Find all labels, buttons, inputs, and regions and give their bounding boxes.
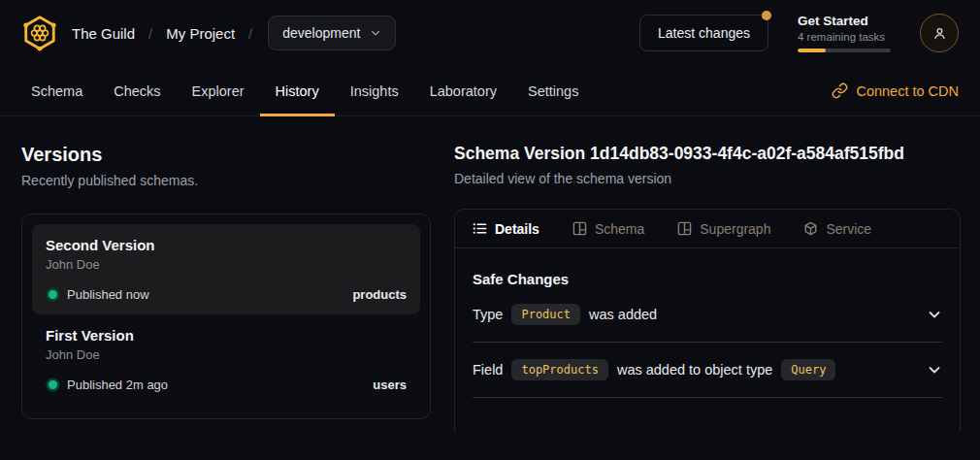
tab-supergraph-label: Supergraph: [700, 221, 770, 237]
header-right: Latest changes Get Started 4 remaining t…: [639, 14, 959, 52]
change-row-field-added[interactable]: Field topProducts was added to object ty…: [473, 343, 942, 398]
version-list-item-first[interactable]: First Version John Doe Published 2m ago …: [32, 314, 420, 405]
code-chip: topProducts: [511, 359, 607, 380]
get-started-progressbar: [798, 49, 891, 52]
get-started-title: Get Started: [798, 14, 891, 28]
tab-details-label: Details: [495, 221, 539, 237]
schema-version-subtitle: Detailed view of the schema version: [454, 171, 961, 186]
change-text: Field: [473, 362, 503, 378]
change-text: was added: [589, 307, 657, 322]
version-title: First Version: [46, 327, 407, 344]
breadcrumb-separator: /: [248, 25, 252, 42]
cube-icon: [803, 221, 818, 236]
tab-service-label: Service: [826, 221, 871, 237]
versions-subtitle: Recently published schemas.: [21, 173, 431, 188]
user-icon: [931, 25, 948, 42]
tab-laboratory[interactable]: Laboratory: [414, 66, 512, 115]
breadcrumb: The Guild / My Project /: [72, 25, 252, 42]
safe-changes-title: Safe Changes: [473, 271, 942, 287]
get-started-widget[interactable]: Get Started 4 remaining tasks: [798, 14, 891, 52]
schema-version-title: Schema Version 1d14db83-0933-4f4c-a02f-a…: [454, 144, 961, 164]
tab-checks[interactable]: Checks: [98, 66, 176, 115]
tab-schema-view-label: Schema: [595, 221, 644, 237]
published-status-dot: [49, 290, 57, 299]
change-row-type-added[interactable]: Type Product was added: [473, 287, 942, 343]
published-status-dot: [49, 380, 57, 389]
tab-explorer[interactable]: Explorer: [177, 66, 260, 115]
get-started-subtitle: 4 remaining tasks: [798, 31, 891, 43]
versions-title: Versions: [21, 144, 431, 166]
versions-list: Second Version John Doe Published now pr…: [21, 214, 431, 419]
version-author: John Doe: [46, 347, 407, 362]
notification-dot: [762, 11, 771, 20]
tab-schema-view[interactable]: Schema: [572, 221, 644, 237]
detail-tabs: Details Schema Supergraph: [455, 210, 960, 248]
version-status: Published now: [67, 287, 149, 302]
link-icon: [832, 82, 848, 99]
breadcrumb-org[interactable]: The Guild: [72, 25, 135, 42]
detail-content: Safe Changes Type Product was added Fiel…: [455, 271, 960, 398]
version-author: John Doe: [46, 257, 407, 272]
connect-to-cdn-link[interactable]: Connect to CDN: [826, 66, 964, 115]
chevron-down-icon[interactable]: [927, 307, 942, 322]
change-text: was added to object type: [617, 362, 772, 378]
breadcrumb-project[interactable]: My Project: [166, 25, 235, 42]
app-header: The Guild / My Project / development Lat…: [0, 0, 980, 66]
columns-icon: [677, 221, 692, 236]
tab-schema[interactable]: Schema: [16, 66, 98, 115]
target-dropdown[interactable]: development: [268, 16, 396, 50]
version-service: users: [373, 378, 407, 392]
version-detail-panel: Details Schema Supergraph: [454, 209, 961, 432]
version-status: Published 2m ago: [67, 378, 168, 392]
breadcrumb-separator: /: [148, 25, 152, 42]
tab-supergraph[interactable]: Supergraph: [677, 221, 770, 237]
tab-history[interactable]: History: [260, 66, 335, 115]
tab-service[interactable]: Service: [803, 221, 871, 237]
latest-changes-label: Latest changes: [658, 25, 750, 41]
main-content: Versions Recently published schemas. Sec…: [0, 116, 980, 432]
chevron-down-icon: [370, 27, 381, 39]
target-dropdown-value: development: [282, 25, 360, 41]
chevron-down-icon[interactable]: [927, 362, 942, 378]
project-nav: Schema Checks Explorer History Insights …: [0, 66, 980, 116]
tab-settings[interactable]: Settings: [512, 66, 594, 115]
get-started-progress-fill: [798, 49, 826, 52]
version-list-item-second[interactable]: Second Version John Doe Published now pr…: [32, 224, 420, 314]
latest-changes-button[interactable]: Latest changes: [639, 15, 768, 51]
user-avatar[interactable]: [920, 14, 959, 52]
version-title: Second Version: [46, 237, 407, 253]
version-service: products: [352, 287, 407, 302]
connect-to-cdn-label: Connect to CDN: [856, 83, 959, 99]
tab-insights[interactable]: Insights: [335, 66, 414, 115]
code-chip: Query: [781, 359, 835, 380]
hive-logo-icon[interactable]: [21, 15, 58, 51]
code-chip: Product: [511, 304, 580, 325]
versions-column: Versions Recently published schemas. Sec…: [21, 144, 431, 432]
tab-details[interactable]: Details: [473, 221, 539, 237]
columns-icon: [572, 221, 587, 236]
version-detail-column: Schema Version 1d14db83-0933-4f4c-a02f-a…: [454, 144, 961, 432]
change-text: Type: [473, 307, 503, 322]
list-icon: [473, 221, 487, 236]
